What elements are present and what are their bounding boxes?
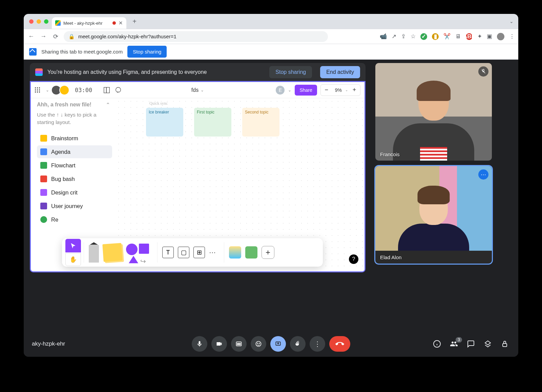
- camera-button[interactable]: [211, 336, 227, 352]
- activities-button[interactable]: [484, 340, 493, 348]
- meet-favicon-icon: [55, 20, 61, 26]
- maximize-window-icon[interactable]: [44, 19, 48, 24]
- present-button[interactable]: [270, 336, 286, 352]
- template-label: Bug bash: [51, 176, 75, 182]
- camera-indicator-icon[interactable]: 📹: [380, 33, 387, 40]
- avatar-stack[interactable]: [53, 85, 69, 95]
- template-bug-bash[interactable]: Bug bash: [37, 172, 112, 185]
- frame-tool-icon[interactable]: [103, 86, 110, 94]
- mic-button[interactable]: [192, 336, 207, 352]
- lock-icon: 🔒: [68, 34, 75, 40]
- help-button[interactable]: ?: [349, 254, 358, 264]
- hand-tool-button[interactable]: ✋: [65, 253, 81, 266]
- panel-hint: Use the ↑ ↓ keys to pick a starting layo…: [37, 111, 112, 126]
- chevron-down-icon[interactable]: ⌄: [46, 88, 49, 92]
- end-activity-button[interactable]: End activity: [320, 66, 360, 78]
- pencil-tool-button[interactable]: [89, 242, 99, 263]
- tab-dropdown-icon[interactable]: ⌄: [509, 19, 514, 24]
- shapes-tool-button[interactable]: ↪: [126, 242, 150, 263]
- tab-title: Meet - aky-hzpk-ehr: [63, 21, 103, 26]
- tile-more-icon[interactable]: ⋯: [478, 169, 488, 180]
- bookmark-icon[interactable]: ☆: [411, 33, 416, 40]
- browser-window: Meet - aky-hzpk-ehr ✕ + ⌄ ← → ⟳ 🔒 meet.g…: [24, 14, 518, 357]
- extension-checkmark-icon[interactable]: ✓: [420, 33, 427, 40]
- captions-button[interactable]: CC: [231, 336, 247, 352]
- timer: 03:00: [75, 87, 92, 94]
- template-agenda[interactable]: Agenda: [37, 145, 112, 158]
- meeting-info-button[interactable]: [433, 340, 442, 348]
- close-window-icon[interactable]: [29, 19, 34, 24]
- profile-avatar[interactable]: [497, 33, 504, 40]
- zoom-level[interactable]: 9%: [333, 87, 344, 93]
- video-tile-elad[interactable]: ⋯ Elad Alon: [375, 166, 492, 264]
- zoom-in-button[interactable]: +: [349, 85, 359, 95]
- template-more[interactable]: Re: [37, 213, 112, 226]
- circle-icon: [40, 216, 47, 223]
- close-panel-icon[interactable]: ⌃: [106, 102, 110, 108]
- sticker-2-button[interactable]: [245, 246, 257, 259]
- raise-hand-button[interactable]: [290, 336, 306, 352]
- activity-stop-sharing-button[interactable]: Stop sharing: [269, 66, 312, 78]
- people-button[interactable]: 3: [450, 340, 459, 348]
- extension-abp-icon[interactable]: ABP: [466, 33, 473, 40]
- figma-menu-icon[interactable]: [35, 87, 42, 94]
- more-options-button[interactable]: ⋮: [310, 336, 325, 352]
- chevron-down-icon[interactable]: ⌄: [288, 88, 291, 92]
- template-list: Brainstorm Agenda Flowchart Bug bash Des…: [37, 132, 112, 226]
- reload-button[interactable]: ⟳: [51, 33, 60, 40]
- chevron-down-icon[interactable]: ⌄: [345, 88, 348, 92]
- template-design-crit[interactable]: Design crit: [37, 186, 112, 199]
- extensions-puzzle-icon[interactable]: ✦: [477, 33, 482, 40]
- section-tool-button[interactable]: ▢: [178, 247, 189, 258]
- canvas-card[interactable]: Second topic: [242, 108, 279, 137]
- template-brainstorm[interactable]: Brainstorm: [37, 132, 112, 145]
- kebab-menu-icon[interactable]: ⋮: [509, 33, 515, 40]
- sticker-1-button[interactable]: [229, 246, 241, 259]
- canvas-card[interactable]: Ice breaker: [146, 108, 183, 137]
- canvas-card[interactable]: First topic: [194, 108, 231, 137]
- sharing-text: Sharing this tab to meet.google.com: [41, 49, 123, 55]
- sticky-note-tool-button[interactable]: [102, 243, 122, 262]
- share-icon[interactable]: ⇪: [401, 33, 406, 40]
- zoom-out-button[interactable]: −: [321, 85, 332, 95]
- comment-tool-icon[interactable]: [114, 86, 122, 94]
- more-tools-button[interactable]: ⋯: [209, 248, 216, 256]
- chat-button[interactable]: [467, 340, 476, 348]
- stop-sharing-button[interactable]: Stop sharing: [127, 46, 167, 58]
- close-tab-icon[interactable]: ✕: [119, 20, 123, 26]
- extension-monitor-icon[interactable]: 🖥: [455, 33, 461, 40]
- video-tile-francois[interactable]: Francois: [375, 63, 492, 161]
- figma-frame: ⌄ 03:00 fds ⌄ E ⌄ Share − 9% ⌄: [30, 81, 366, 272]
- panel-greeting: Ahh, a fresh new file!: [37, 102, 112, 108]
- table-tool-button[interactable]: ⊞: [193, 247, 205, 258]
- activity-banner: You're hosting an activity using Figma, …: [30, 63, 366, 81]
- minimize-window-icon[interactable]: [37, 19, 41, 24]
- forward-button[interactable]: →: [39, 33, 47, 40]
- open-external-icon[interactable]: ↗: [392, 33, 396, 40]
- extension-books-icon[interactable]: ▮: [432, 33, 439, 40]
- file-title[interactable]: fds ⌄: [191, 87, 204, 93]
- template-user-journey[interactable]: User journey: [37, 200, 112, 212]
- select-tool-button[interactable]: [65, 239, 81, 252]
- text-tool-button[interactable]: T: [162, 247, 174, 258]
- template-flowchart[interactable]: Flowchart: [37, 159, 112, 172]
- window-controls[interactable]: [27, 19, 52, 24]
- end-call-button[interactable]: [329, 336, 350, 352]
- new-tab-button[interactable]: +: [130, 17, 139, 26]
- figma-logo-icon: [35, 68, 43, 76]
- user-badge[interactable]: E: [276, 86, 285, 95]
- browser-tab[interactable]: Meet - aky-hzpk-ehr ✕: [52, 17, 126, 29]
- sidepanel-icon[interactable]: ▣: [487, 33, 492, 40]
- template-label: Flowchart: [51, 162, 76, 169]
- extension-scissors-icon[interactable]: ✂️: [443, 33, 451, 40]
- back-button[interactable]: ←: [27, 33, 35, 40]
- reactions-button[interactable]: [251, 336, 266, 352]
- chevron-down-icon[interactable]: ⌄: [201, 88, 204, 92]
- host-controls-button[interactable]: [501, 340, 510, 348]
- figma-share-button[interactable]: Share: [295, 85, 317, 96]
- add-tool-button[interactable]: +: [262, 246, 274, 259]
- template-label: User journey: [51, 203, 83, 209]
- tab-strip: Meet - aky-hzpk-ehr ✕ + ⌄: [24, 14, 518, 29]
- address-bar[interactable]: 🔒 meet.google.com/aky-hzpk-ehr?authuser=…: [64, 31, 328, 42]
- canvas-heading: Quick sync: [149, 101, 168, 106]
